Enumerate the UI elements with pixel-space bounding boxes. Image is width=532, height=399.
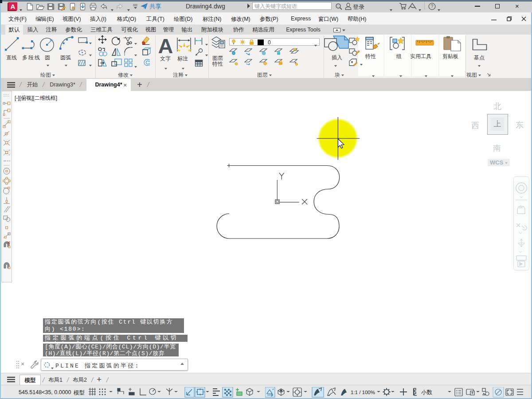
svg-text:小数: 小数 [421, 389, 433, 395]
svg-text:?: ? [431, 4, 434, 9]
svg-text:A: A [158, 35, 173, 58]
svg-text:1:1 / 100%: 1:1 / 100% [351, 390, 375, 395]
svg-text:A: A [11, 3, 16, 10]
